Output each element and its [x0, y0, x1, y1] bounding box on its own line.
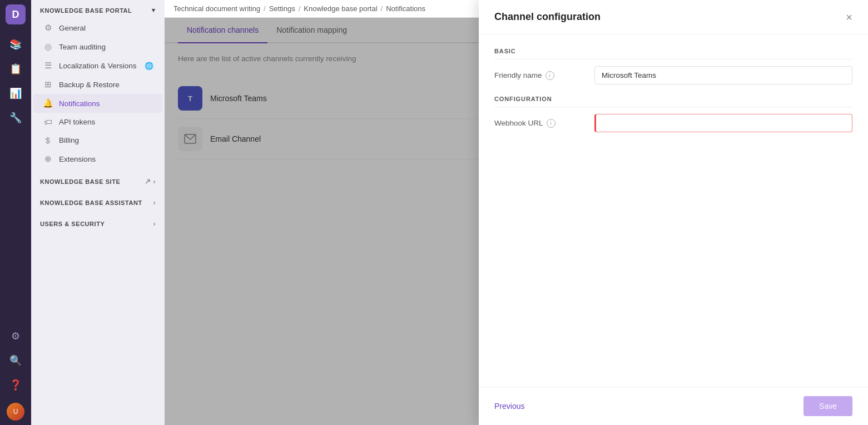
- localization-icon: ☰: [42, 61, 53, 71]
- previous-button[interactable]: Previous: [494, 402, 524, 411]
- kb-assistant-label: KNOWLEDGE BASE ASSISTANT: [40, 199, 142, 206]
- sidebar-item-notifications-label: Notifications: [59, 99, 100, 108]
- drawer-close-button[interactable]: ×: [846, 12, 852, 23]
- sidebar-item-general[interactable]: ⚙ General: [33, 18, 162, 37]
- nav-search-icon[interactable]: 🔍: [4, 349, 27, 372]
- api-tokens-icon: 🏷: [42, 117, 53, 127]
- sidebar-item-localization[interactable]: ☰ Localization & Versions 🌐: [33, 56, 162, 75]
- breadcrumb-sep-1: /: [299, 4, 301, 13]
- kb-portal-label: KNOWLEDGE BASE PORTAL: [40, 7, 132, 14]
- external-link-icon: ↗: [145, 177, 151, 186]
- drawer-footer: Previous Save: [479, 387, 868, 425]
- app-logo[interactable]: D: [6, 4, 26, 24]
- webhook-url-label: Webhook URL i: [494, 119, 594, 128]
- general-icon: ⚙: [42, 23, 53, 33]
- kb-site-section-header[interactable]: KNOWLEDGE BASE SITE ↗ ›: [31, 173, 165, 190]
- kb-assistant-chevron-icon: ›: [153, 199, 156, 207]
- friendly-name-row: Friendly name i: [494, 66, 852, 84]
- channel-config-drawer: Channel configuration × BASIC Friendly n…: [479, 0, 868, 425]
- breadcrumb-sep-0: /: [264, 4, 266, 13]
- kb-assistant-section-header[interactable]: KNOWLEDGE BASE ASSISTANT ›: [31, 194, 165, 211]
- nav-dashboard-icon[interactable]: 📋: [4, 58, 27, 80]
- basic-section: BASIC Friendly name i: [494, 48, 852, 84]
- notifications-icon: 🔔: [42, 98, 53, 108]
- sidebar-item-billing-label: Billing: [59, 136, 79, 144]
- breadcrumb-sep-2: /: [381, 4, 383, 13]
- sidebar-item-backup-label: Backup & Restore: [59, 81, 120, 89]
- save-button[interactable]: Save: [803, 396, 852, 416]
- sidebar-item-team-auditing[interactable]: ◎ Team auditing: [33, 37, 162, 56]
- config-section-title: CONFIGURATION: [494, 96, 852, 107]
- friendly-name-label-text: Friendly name: [494, 71, 542, 79]
- user-avatar[interactable]: U: [7, 403, 24, 421]
- sidebar-item-api-tokens[interactable]: 🏷 API tokens: [33, 113, 162, 131]
- webhook-url-label-text: Webhook URL: [494, 119, 543, 127]
- drawer-title: Channel configuration: [494, 11, 601, 23]
- friendly-name-info-icon[interactable]: i: [545, 71, 554, 80]
- nav-help-icon[interactable]: ❓: [4, 374, 27, 396]
- friendly-name-label: Friendly name i: [494, 71, 594, 80]
- webhook-url-row: Webhook URL i: [494, 114, 852, 132]
- nav-tools-icon[interactable]: 🔧: [4, 107, 27, 129]
- drawer-body: BASIC Friendly name i CONFIGURATION Webh…: [479, 34, 868, 387]
- sidebar-item-team-auditing-label: Team auditing: [59, 43, 106, 51]
- billing-icon: $: [42, 136, 53, 145]
- sidebar-item-extensions-label: Extensions: [59, 155, 96, 163]
- configuration-section: CONFIGURATION Webhook URL i: [494, 96, 852, 132]
- sidebar-item-localization-label: Localization & Versions: [59, 62, 137, 70]
- team-auditing-icon: ◎: [42, 42, 53, 52]
- sidebar-item-notifications[interactable]: 🔔 Notifications: [33, 94, 162, 113]
- users-security-chevron-icon: ›: [153, 220, 156, 228]
- sidebar-item-api-tokens-label: API tokens: [59, 118, 95, 126]
- sidebar-item-billing[interactable]: $ Billing: [33, 131, 162, 149]
- kb-portal-section-header[interactable]: KNOWLEDGE BASE PORTAL ▾: [31, 0, 165, 18]
- webhook-url-info-icon[interactable]: i: [547, 119, 555, 128]
- breadcrumb-item-1[interactable]: Settings: [269, 4, 295, 13]
- users-security-section-header[interactable]: USERS & SECURITY ›: [31, 216, 165, 232]
- sidebar-item-general-label: General: [59, 24, 86, 32]
- nav-analytics-icon[interactable]: 📊: [4, 82, 27, 104]
- extensions-icon: ⊕: [42, 154, 53, 164]
- kb-site-chevron-icon: ›: [153, 178, 156, 186]
- drawer-header: Channel configuration ×: [479, 0, 868, 34]
- kb-portal-chevron-icon: ▾: [152, 7, 156, 14]
- nav-library-icon[interactable]: 📚: [4, 33, 27, 56]
- breadcrumb-item-0[interactable]: Technical document writing: [173, 4, 260, 13]
- webhook-url-input[interactable]: [594, 114, 852, 132]
- globe-icon: 🌐: [145, 62, 153, 70]
- sidebar-item-extensions[interactable]: ⊕ Extensions: [33, 149, 162, 168]
- backup-icon: ⊞: [42, 79, 53, 89]
- breadcrumb-item-3[interactable]: Notifications: [386, 4, 425, 13]
- friendly-name-input[interactable]: [594, 66, 852, 84]
- sidebar: KNOWLEDGE BASE PORTAL ▾ ⚙ General ◎ Team…: [31, 0, 165, 425]
- sidebar-item-backup[interactable]: ⊞ Backup & Restore: [33, 75, 162, 94]
- users-security-label: USERS & SECURITY: [40, 221, 105, 227]
- breadcrumb-item-2[interactable]: Knowledge base portal: [304, 4, 377, 13]
- kb-site-label: KNOWLEDGE BASE SITE: [40, 178, 120, 185]
- left-navigation: D 📚 📋 📊 🔧 ⚙ 🔍 ❓ U: [0, 0, 31, 425]
- basic-section-title: BASIC: [494, 48, 852, 59]
- nav-settings-icon[interactable]: ⚙: [4, 325, 27, 347]
